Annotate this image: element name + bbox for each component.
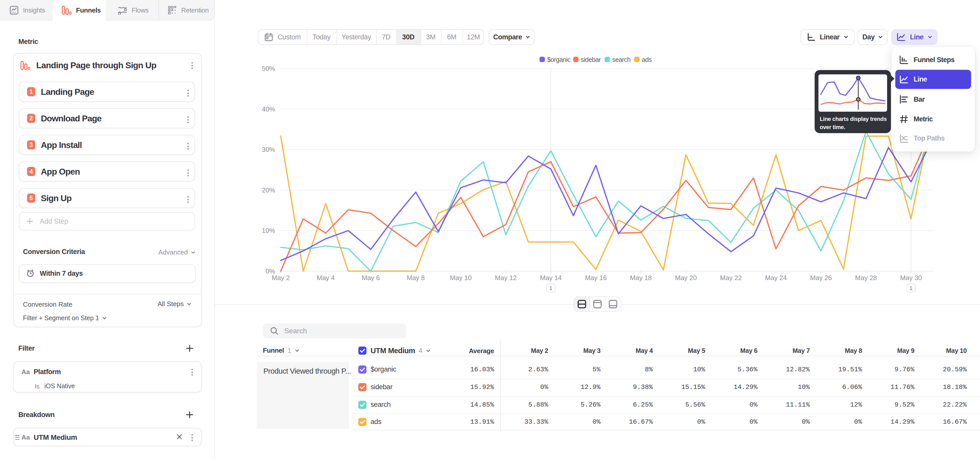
- svg-text:May 24: May 24: [765, 274, 787, 282]
- svg-text:May 18: May 18: [630, 274, 652, 282]
- svg-text:sidebar: sidebar: [581, 56, 601, 63]
- svg-text:ads: ads: [642, 56, 652, 63]
- svg-text:May 8: May 8: [407, 274, 425, 282]
- svg-text:May 20: May 20: [675, 274, 697, 282]
- svg-text:May 16: May 16: [585, 274, 607, 282]
- svg-text:1: 1: [909, 285, 912, 291]
- svg-text:40%: 40%: [262, 105, 275, 113]
- svg-text:May 4: May 4: [317, 274, 335, 282]
- svg-text:30%: 30%: [262, 146, 275, 153]
- svg-text:20%: 20%: [262, 186, 275, 194]
- svg-text:May 12: May 12: [495, 274, 517, 282]
- svg-text:May 6: May 6: [362, 274, 380, 282]
- svg-text:$organic: $organic: [547, 56, 570, 63]
- svg-text:May 2: May 2: [272, 274, 290, 282]
- svg-text:50%: 50%: [262, 65, 275, 72]
- svg-text:May 14: May 14: [540, 274, 562, 282]
- svg-text:1: 1: [549, 285, 552, 291]
- svg-text:10%: 10%: [262, 227, 275, 234]
- svg-text:May 22: May 22: [720, 274, 741, 282]
- svg-text:May 10: May 10: [450, 274, 472, 282]
- svg-text:May 26: May 26: [810, 274, 832, 282]
- svg-text:May 30: May 30: [900, 274, 922, 282]
- svg-text:search: search: [612, 56, 630, 63]
- svg-text:May 28: May 28: [855, 274, 877, 282]
